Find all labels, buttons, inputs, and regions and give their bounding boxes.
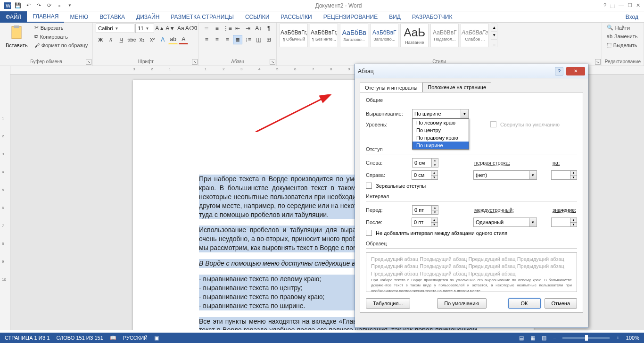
tab-menu[interactable]: Меню — [64, 11, 94, 23]
underline-button[interactable]: Ч — [116, 35, 126, 44]
select-button[interactable]: ⬚Выделить — [605, 41, 639, 49]
bold-button[interactable]: Ж — [96, 35, 105, 44]
firstline-select[interactable]: (нет)▼ — [473, 170, 537, 180]
zoom-level[interactable]: 100% — [626, 335, 639, 341]
font-launcher[interactable]: ↘ — [192, 59, 198, 65]
bullets-button[interactable]: ≣ — [202, 24, 211, 33]
tab-file[interactable]: ФАЙЛ — [0, 11, 27, 23]
cancel-button[interactable]: Отмена — [545, 298, 577, 309]
status-language[interactable]: РУССКИЙ — [123, 335, 148, 341]
status-words[interactable]: СЛОВО 151 ИЗ 151 — [57, 335, 103, 341]
style-3[interactable]: АаБбВвГЗаголово... — [370, 24, 398, 47]
sign-in-link[interactable]: Вход — [620, 11, 644, 23]
proofing-icon[interactable]: 📖 — [110, 335, 116, 341]
shrink-font-button[interactable]: A▼ — [165, 24, 175, 33]
highlight-button[interactable]: ab — [168, 35, 178, 44]
align-right-button[interactable]: ≡ — [223, 35, 232, 44]
styles-more-button[interactable]: ▲▼⎯ — [491, 24, 497, 47]
cut-button[interactable]: ✂Вырезать — [33, 24, 90, 32]
replace-button[interactable]: abЗаменить — [605, 33, 640, 40]
grow-font-button[interactable]: A▲ — [155, 24, 165, 33]
increase-indent-button[interactable]: ⇥ — [243, 24, 253, 33]
style-0[interactable]: АаБбВвГг,¶ Обычный — [280, 24, 308, 47]
close-icon[interactable]: ✕ — [636, 2, 640, 8]
sort-button[interactable]: A↓ — [254, 24, 263, 33]
by-input[interactable]: ▲▼ — [551, 170, 577, 180]
maximize-icon[interactable]: ☐ — [627, 2, 632, 8]
find-button[interactable]: 🔍Найти — [605, 24, 632, 32]
text-effects-button[interactable]: A — [158, 35, 167, 44]
style-2[interactable]: АаБбВвЗаголово... — [340, 24, 368, 47]
numbering-button[interactable]: ≡ — [212, 24, 222, 33]
italic-button[interactable]: К — [106, 35, 116, 44]
undo-icon[interactable]: ↶ — [25, 2, 32, 9]
style-6[interactable]: АаБбВвГгСлабое ... — [461, 24, 489, 47]
decrease-indent-button[interactable]: ⇤ — [233, 24, 242, 33]
alignment-select[interactable]: По ширине▼ По левому краюПо центруПо пра… — [412, 109, 469, 118]
tab-review[interactable]: РЕЦЕНЗИРОВАНИЕ — [318, 11, 383, 23]
clear-format-button[interactable]: A⌫ — [186, 24, 196, 33]
line-spacing-select[interactable]: Одинарный▼ — [473, 218, 537, 227]
paste-button[interactable]: Вставить — [3, 24, 31, 50]
ruler-vertical[interactable]: 12345678910 — [0, 66, 10, 330]
zoom-in-button[interactable]: + — [616, 335, 619, 341]
align-option-1[interactable]: По центру — [413, 126, 469, 134]
format-painter-button[interactable]: 🖌Формат по образцу — [33, 42, 90, 49]
dialog-tab-indents[interactable]: Отступы и интервалы — [360, 83, 422, 92]
styles-launcher[interactable]: ↘ — [595, 59, 601, 65]
align-center-button[interactable]: ≡ — [212, 35, 222, 44]
zoom-slider[interactable] — [562, 337, 610, 339]
after-input[interactable]: 0 пт▲▼ — [412, 218, 438, 227]
change-case-button[interactable]: Aa — [176, 24, 185, 33]
tab-home[interactable]: ГЛАВНАЯ — [27, 11, 64, 23]
align-option-3[interactable]: По ширине — [413, 142, 469, 149]
copy-button[interactable]: ⧉Копировать — [33, 33, 90, 41]
view-web-icon[interactable]: ▥ — [542, 335, 546, 341]
new-icon[interactable]: ▫ — [56, 2, 63, 9]
dialog-close-button[interactable]: ✕ — [566, 67, 585, 75]
tab-layout[interactable]: РАЗМЕТКА СТРАНИЦЫ — [165, 11, 239, 23]
strike-button[interactable]: abc — [127, 35, 136, 44]
align-option-0[interactable]: По левому краю — [413, 119, 469, 126]
redo-icon[interactable]: ↷ — [35, 2, 42, 9]
tabulation-button[interactable]: Табуляция... — [366, 298, 410, 309]
style-1[interactable]: АаБбВвГг,¶ Без инте... — [310, 24, 338, 47]
help-icon[interactable]: ? — [603, 2, 606, 8]
font-size-combo[interactable]: 11▼ — [135, 24, 154, 33]
view-read-icon[interactable]: ▤ — [519, 335, 524, 341]
multilevel-button[interactable]: ⋮≡ — [223, 24, 232, 33]
qat-customize-icon[interactable]: ▼ — [66, 2, 74, 9]
line-spacing-button[interactable]: ↕≡ — [243, 35, 253, 44]
repeat-icon[interactable]: ⟳ — [45, 2, 53, 9]
paragraph-launcher[interactable]: ↘ — [270, 59, 275, 65]
dialog-help-button[interactable]: ? — [555, 67, 563, 75]
status-page[interactable]: СТРАНИЦА 1 ИЗ 1 — [5, 335, 50, 341]
zoom-out-button[interactable]: − — [553, 335, 556, 341]
default-button[interactable]: По умолчанию — [437, 298, 486, 309]
borders-button[interactable]: ⊞ — [264, 35, 273, 44]
value-input[interactable]: ▲▼ — [551, 218, 577, 227]
font-name-combo[interactable]: Calibri▼ — [96, 24, 134, 33]
dialog-tab-position[interactable]: Положение на странице — [422, 82, 491, 92]
indent-right-input[interactable]: 0 см▲▼ — [412, 170, 438, 180]
ok-button[interactable]: ОК — [508, 298, 541, 309]
before-input[interactable]: 0 пт▲▼ — [412, 205, 438, 215]
view-print-icon[interactable]: ▦ — [530, 335, 535, 341]
tab-view[interactable]: ВИД — [383, 11, 406, 23]
dialog-titlebar[interactable]: Абзац ? ✕ — [355, 64, 588, 78]
align-justify-button[interactable]: ≣ — [233, 35, 242, 44]
style-5[interactable]: АаБбВвГПодзагол... — [430, 24, 459, 47]
minimize-icon[interactable]: — — [619, 2, 624, 8]
mirror-checkbox[interactable] — [366, 183, 372, 189]
tab-mailings[interactable]: РАССЫЛКИ — [275, 11, 317, 23]
tab-design[interactable]: ДИЗАЙН — [131, 11, 165, 23]
ribbon-toggle-icon[interactable]: ⬚ — [610, 2, 615, 8]
tab-references[interactable]: ССЫЛКИ — [239, 11, 275, 23]
font-color-button[interactable]: A — [179, 35, 188, 44]
shading-button[interactable]: ◫ — [254, 35, 263, 44]
superscript-button[interactable]: x² — [148, 35, 157, 44]
tab-insert[interactable]: ВСТАВКА — [94, 11, 131, 23]
indent-left-input[interactable]: 0 см▲▼ — [412, 158, 438, 167]
clipboard-launcher[interactable]: ↘ — [86, 59, 91, 65]
noaddspace-checkbox[interactable] — [366, 230, 372, 236]
